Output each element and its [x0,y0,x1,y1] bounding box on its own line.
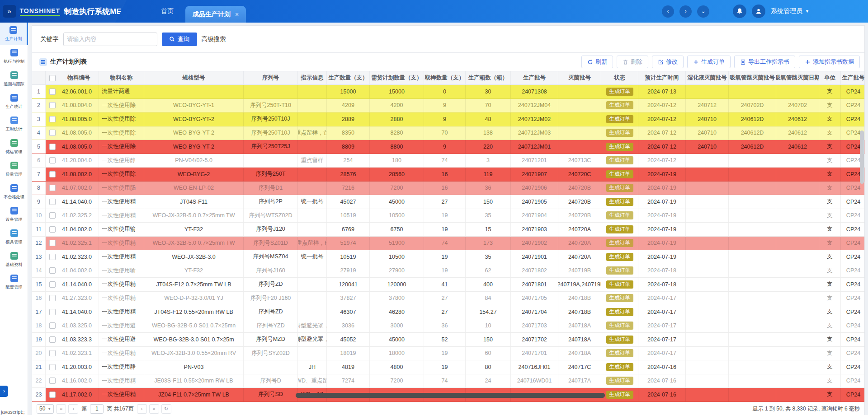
cell-check[interactable] [46,250,59,264]
row-checkbox[interactable] [49,254,56,260]
cell-check[interactable] [46,319,59,333]
user-avatar-icon[interactable] [752,5,765,18]
row-checkbox[interactable] [49,336,56,343]
row-checkbox[interactable] [49,378,56,384]
sidebar-item-2[interactable]: 执行与控制 [0,45,28,68]
table-row[interactable]: 142.06.001.0流量计两通150001500003024071308生成… [32,85,864,99]
table-row[interactable]: 1141.04.002.0一次性使用输YT-F32序列号J12067696750… [32,223,864,237]
row-checkbox[interactable] [49,157,56,163]
table-row[interactable]: 1541.14.040.0一次性使用精JT04S-F12 0.7×25mm TW… [32,278,864,292]
row-checkbox[interactable] [49,240,56,246]
sidebar-item-12[interactable]: 配置管理 [0,271,28,294]
table-row[interactable]: 541.08.005.0一次性使用除WEO-BYG-YT-2序列号250T25J… [32,140,864,154]
table-row[interactable]: 1441.04.002.0一次性使用输YT-F32序列号J16027919279… [32,264,864,278]
table-row[interactable]: 1741.14.040.0一次性使用精JT04S-F12 0.55×20mm R… [32,305,864,319]
cell-check[interactable] [46,154,59,168]
page-number-input[interactable] [90,404,104,414]
vertical-scrollbar-thumb[interactable] [860,131,864,184]
sidebar-item-11[interactable]: 基础资料 [0,248,28,271]
cell-check[interactable] [46,278,59,291]
user-menu[interactable]: 系统管理员 ▼ [771,7,809,15]
cell-check[interactable] [46,360,59,374]
nav-back-icon[interactable]: ‹ [662,5,674,18]
sidebar-collapse-icon[interactable]: » [3,5,16,18]
cell-check[interactable] [46,223,59,236]
table-row[interactable]: 441.08.005.0一次性使用除WEO-BYG-YT-2序列号250T10J… [32,126,864,140]
row-checkbox[interactable] [49,102,56,108]
toolbar-button-trash-2[interactable]: 删除 [617,56,648,68]
row-checkbox[interactable] [49,309,56,315]
prev-page-button[interactable]: ‹ [68,404,78,414]
sidebar-item-6[interactable]: 储运管理 [0,135,28,158]
toolbar-button-plus-4[interactable]: 生成订单 [687,56,731,68]
table-row[interactable]: 841.07.002.0一次性使用肠WEO-EN-LP-02序列号D172167… [32,182,864,196]
row-checkbox[interactable] [49,350,56,356]
row-checkbox[interactable] [49,212,56,219]
cell-check[interactable] [46,292,59,305]
select-all-checkbox[interactable] [49,75,56,81]
sidebar-item-4[interactable]: 生产统计 [0,90,28,113]
sidebar-item-10[interactable]: 模具管理 [0,226,28,248]
row-checkbox[interactable] [49,130,56,136]
cell-check[interactable] [46,99,59,112]
cell-check[interactable] [46,126,59,140]
row-checkbox[interactable] [49,144,56,150]
row-checkbox[interactable] [49,392,56,398]
cell-check[interactable] [46,168,59,181]
row-checkbox[interactable] [49,89,56,95]
toolbar-button-refresh-1[interactable]: 刷新 [581,56,613,68]
row-checkbox[interactable] [49,199,56,205]
chevron-down-icon[interactable]: ⌄ [697,5,709,18]
row-checkbox[interactable] [49,185,56,191]
cell-check[interactable] [46,195,59,209]
advanced-search-link[interactable]: 高级搜索 [202,35,226,43]
row-checkbox[interactable] [49,322,56,329]
nav-forward-icon[interactable]: › [679,5,692,18]
tab-finished-production-plan[interactable]: 成品生产计划 × [185,6,246,23]
table-row[interactable]: 241.08.004.0一次性使用除WEO-BYG-YT-1序列号250T-T1… [32,99,864,113]
table-row[interactable]: 941.14.040.0一次性使用精JT04S-F11序列号2P统一批号4502… [32,195,864,209]
next-page-button[interactable]: › [137,404,147,414]
table-row[interactable]: 1041.02.325.2一次性使用精WEO-JX-32B-5.0 0.7×25… [32,209,864,223]
cell-check[interactable] [46,374,59,388]
table-row[interactable]: 2041.02.323.1一次性使用精WEO-JX-32B-3.0 0.55×2… [32,347,864,361]
table-row[interactable]: 2241.16.002.0一次性使用精JE03S-F11 0.55×20mm R… [32,374,864,388]
row-checkbox[interactable] [49,281,56,288]
table-row[interactable]: 2141.20.003.0一次性使用静PN-V03JH4819480019802… [32,360,864,374]
cell-check[interactable] [46,264,59,278]
cell-check[interactable] [46,388,59,401]
cell-check[interactable] [46,333,59,346]
table-row[interactable]: 1941.03.323.3一次性使用避WEO-BG-32B-3.0 S01 0.… [32,333,864,347]
sidebar-item-9[interactable]: 设备管理 [0,203,28,226]
table-row[interactable]: 741.08.002.0一次性使用除WEO-BYG-2序列号250T285762… [32,168,864,182]
first-page-button[interactable]: « [56,404,66,414]
keyword-input[interactable] [63,33,157,46]
cell-check[interactable] [46,182,59,195]
table-row[interactable]: 1241.02.325.1一次性使用精WEO-JX-32B-5.0 0.7×25… [32,237,864,251]
row-checkbox[interactable] [49,226,56,233]
cell-check[interactable] [46,209,59,223]
cell-check[interactable] [46,305,59,319]
row-checkbox[interactable] [49,295,56,301]
toolbar-button-plus-6[interactable]: 添加指示书数据 [799,56,860,68]
table-row[interactable]: 1841.03.325.0一次性使用避WEO-BG-32B-5.0 S01 0.… [32,319,864,333]
page-size-select[interactable]: 50 ▼ [37,404,54,414]
table-row[interactable]: 1341.02.323.0一次性使用精WEO-JX-32B-3.0序列号MSZ0… [32,250,864,264]
sidebar-item-7[interactable]: 质量管理 [0,158,28,181]
table-row[interactable]: 1641.27.323.0一次性使用精WEO-D-P-32-3.0/01 YJ序… [32,292,864,306]
table-row[interactable]: 341.08.005.0一次性使用除WEO-BYG-YT-2序列号250T10J… [32,112,864,126]
sidebar-expand-icon[interactable]: › [0,386,8,397]
table-row[interactable]: 641.20.004.0一次性使用静PN-V04/02-5.0重点留样25418… [32,154,864,168]
toolbar-button-edit-3[interactable]: 修改 [652,56,684,68]
column-header-check[interactable] [46,71,59,84]
sidebar-item-1[interactable]: 生产计划 [0,23,28,45]
tab-close-icon[interactable]: × [235,11,239,18]
cell-check[interactable] [46,347,59,360]
cell-check[interactable] [46,85,59,98]
last-page-button[interactable]: » [149,404,159,414]
row-checkbox[interactable] [49,267,56,274]
sidebar-item-5[interactable]: 工时统计 [0,113,28,135]
reload-page-icon[interactable]: ↻ [161,404,171,414]
sidebar-item-3[interactable]: 追溯与跟踪 [0,68,28,90]
row-checkbox[interactable] [49,364,56,370]
